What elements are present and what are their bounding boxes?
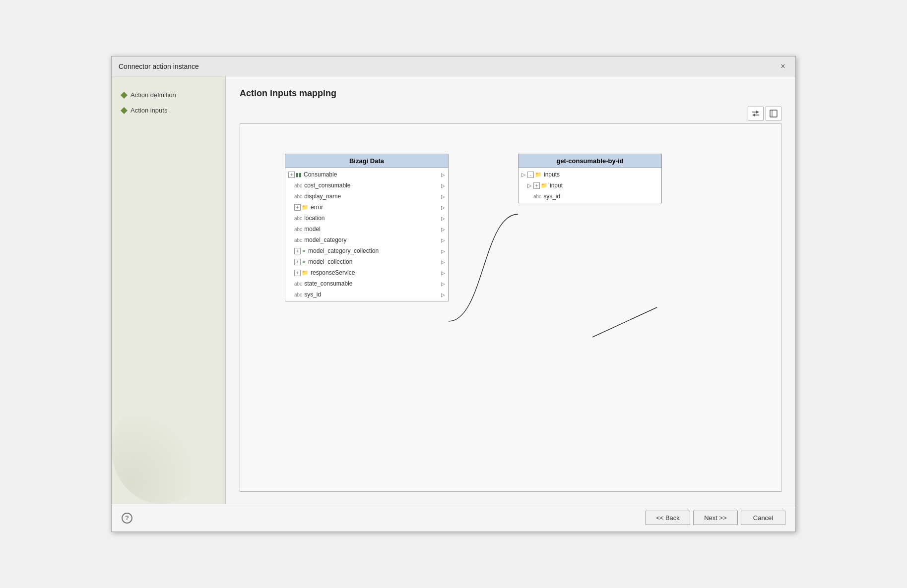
- svg-line-6: [592, 307, 657, 337]
- connector-action-dialog: Connector action instance × Action defin…: [111, 56, 796, 532]
- expand-icon[interactable]: +: [294, 248, 301, 254]
- toolbar: [240, 107, 781, 120]
- view-button[interactable]: [766, 107, 781, 120]
- right-table-body: ▷ - 📁 inputs ▷ + 📁 input: [518, 168, 661, 203]
- folder-icon: 📁: [302, 270, 309, 276]
- row-label: error: [311, 204, 323, 211]
- expand-icon[interactable]: +: [294, 270, 301, 276]
- row-label: sys_id: [304, 291, 321, 298]
- diamond-icon: [121, 91, 128, 98]
- row-label: cost_consumable: [304, 182, 350, 189]
- arrow-expand-icon: ▷: [521, 172, 525, 178]
- sidebar-item-label: Action definition: [130, 91, 176, 99]
- arrow-right-icon: ▷: [441, 248, 445, 254]
- row-label: display_name: [304, 193, 341, 200]
- table-row[interactable]: abc location ▷: [285, 213, 448, 224]
- svg-rect-4: [770, 110, 777, 117]
- arrow-right-icon: ▷: [441, 205, 445, 210]
- expand-icon[interactable]: +: [294, 259, 301, 265]
- close-button[interactable]: ×: [777, 61, 788, 72]
- folder-icon: 📁: [302, 204, 309, 211]
- abc-icon: abc: [294, 194, 302, 199]
- row-label: model: [304, 226, 321, 233]
- table-row[interactable]: + ⚭ model_category_collection ▷: [285, 245, 448, 256]
- table-row[interactable]: abc cost_consumable ▷: [285, 180, 448, 191]
- back-button[interactable]: << Back: [646, 511, 690, 525]
- sidebar-item-action-inputs[interactable]: Action inputs: [122, 107, 215, 114]
- next-button[interactable]: Next >>: [693, 511, 738, 525]
- map-button[interactable]: [748, 107, 764, 120]
- dialog-footer: ? << Back Next >> Cancel: [112, 504, 795, 531]
- page-title: Action inputs mapping: [240, 88, 781, 99]
- row-label: Consumable: [304, 171, 337, 178]
- title-bar: Connector action instance ×: [112, 57, 795, 76]
- folder-icon: 📁: [535, 172, 542, 178]
- table-row[interactable]: + 📁 responseService ▷: [285, 267, 448, 278]
- relation-icon: ⚭: [302, 248, 306, 254]
- svg-marker-1: [756, 111, 759, 114]
- diamond-icon: [121, 107, 128, 114]
- sidebar-item-action-definition[interactable]: Action definition: [122, 91, 215, 99]
- sidebar: Action definition Action inputs: [112, 76, 226, 504]
- table-icon: ▮▮: [296, 172, 302, 178]
- row-label: input: [550, 182, 563, 189]
- table-row[interactable]: ▷ - 📁 inputs: [518, 169, 661, 180]
- arrow-right-icon: ▷: [441, 216, 445, 221]
- get-consumable-by-id-table: get-consumable-by-id ▷ - 📁 inputs ▷ +: [518, 154, 662, 203]
- abc-icon: abc: [294, 237, 302, 243]
- abc-icon: abc: [294, 183, 302, 188]
- mapping-line: [449, 214, 518, 321]
- arrow-right-icon: ▷: [441, 194, 445, 199]
- table-row[interactable]: ▷ + 📁 input: [518, 180, 661, 191]
- cancel-button[interactable]: Cancel: [741, 511, 785, 525]
- dialog-body: Action definition Action inputs Action i…: [112, 76, 795, 504]
- row-label: state_consumable: [304, 280, 352, 287]
- arrow-expand-icon: ▷: [527, 182, 531, 189]
- sidebar-decoration: [112, 395, 211, 504]
- row-label: location: [304, 215, 324, 222]
- expand-icon[interactable]: -: [527, 172, 534, 178]
- arrow-right-icon: ▷: [441, 227, 445, 232]
- arrow-right-icon: ▷: [441, 270, 445, 276]
- bizagi-data-table: Bizagi Data + ▮▮ Consumable ▷ abc cost_: [285, 154, 449, 301]
- view-icon: [769, 109, 778, 118]
- expand-icon[interactable]: +: [288, 172, 295, 178]
- table-row[interactable]: + ⚭ model_collection ▷: [285, 256, 448, 267]
- row-label: inputs: [544, 171, 560, 178]
- table-row[interactable]: abc state_consumable ▷: [285, 278, 448, 289]
- footer-right: << Back Next >> Cancel: [646, 511, 785, 525]
- left-table-header: Bizagi Data: [285, 154, 448, 168]
- help-button[interactable]: ?: [122, 513, 132, 524]
- arrow-right-icon: ▷: [441, 237, 445, 243]
- expand-icon[interactable]: +: [294, 204, 301, 211]
- table-row[interactable]: abc model_category ▷: [285, 235, 448, 245]
- arrow-right-icon: ▷: [441, 172, 445, 177]
- row-label: model_collection: [308, 258, 352, 265]
- table-row[interactable]: + ▮▮ Consumable ▷: [285, 169, 448, 180]
- row-label: model_category_collection: [308, 247, 379, 254]
- arrow-right-icon: ▷: [441, 259, 445, 265]
- right-table-header: get-consumable-by-id: [518, 154, 661, 168]
- footer-left: ?: [122, 513, 132, 524]
- relation-icon: ⚭: [302, 259, 306, 265]
- sidebar-item-label: Action inputs: [130, 107, 167, 114]
- expand-icon[interactable]: +: [533, 182, 540, 189]
- row-label: responseService: [311, 269, 355, 276]
- row-label: model_category: [304, 236, 346, 243]
- main-content: Action inputs mapping: [226, 76, 795, 504]
- abc-icon: abc: [294, 292, 302, 297]
- folder-icon: 📁: [541, 182, 548, 189]
- table-row[interactable]: abc display_name ▷: [285, 191, 448, 202]
- table-row[interactable]: abc sys_id: [518, 191, 661, 202]
- abc-icon: abc: [294, 227, 302, 232]
- left-table-body: + ▮▮ Consumable ▷ abc cost_consumable ▷: [285, 168, 448, 301]
- abc-icon: abc: [294, 281, 302, 287]
- abc-icon: abc: [533, 194, 541, 199]
- table-row[interactable]: abc sys_id ▷: [285, 289, 448, 300]
- svg-marker-3: [752, 114, 755, 117]
- mapping-area: Bizagi Data + ▮▮ Consumable ▷ abc cost_: [240, 123, 781, 492]
- arrow-right-icon: ▷: [441, 292, 445, 297]
- table-row[interactable]: + 📁 error ▷: [285, 202, 448, 213]
- table-row[interactable]: abc model ▷: [285, 224, 448, 235]
- arrow-right-icon: ▷: [441, 281, 445, 287]
